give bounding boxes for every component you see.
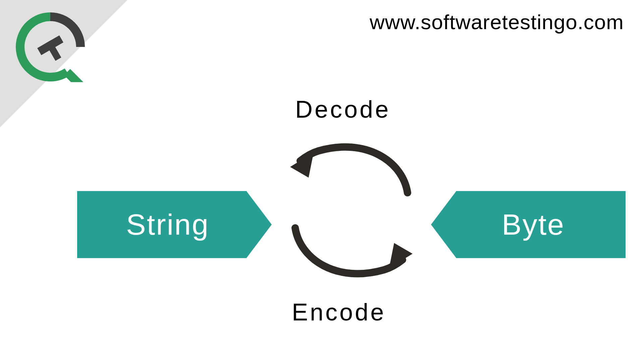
encode-label: Encode [292,298,386,326]
string-box: String [77,191,272,258]
decode-label: Decode [295,96,390,123]
byte-box: Byte [431,191,626,258]
string-label: String [126,207,209,242]
circular-arrows-icon [275,127,429,295]
website-url: www.softwaretestingo.com [370,10,624,34]
byte-label: Byte [502,207,565,242]
logo [15,12,86,82]
conversion-diagram: Decode String Byte Encode [0,94,644,328]
